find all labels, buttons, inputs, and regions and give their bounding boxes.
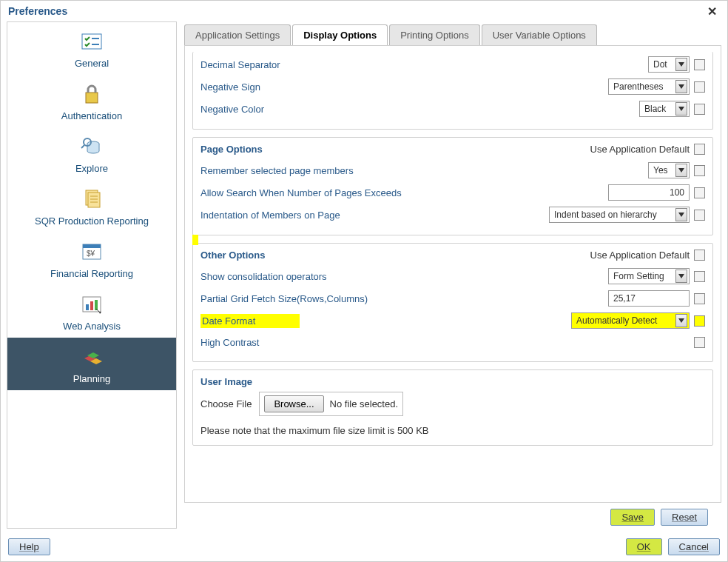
- sidebar-item-explore[interactable]: Explore: [7, 127, 176, 180]
- select-value: Yes: [653, 165, 673, 175]
- documents-icon: [80, 187, 104, 211]
- chevron-down-icon: [675, 270, 687, 283]
- tab-printing-options[interactable]: Printing Options: [389, 24, 480, 45]
- indentation-default-check[interactable]: [694, 210, 705, 221]
- svg-rect-0: [82, 34, 101, 49]
- date-format-row: Date Format Automatically Detect: [200, 310, 705, 332]
- negative-color-select[interactable]: Black: [639, 101, 690, 117]
- titlebar: Preferences ✕: [1, 1, 727, 21]
- file-size-note: Please note that the maximum file size l…: [200, 416, 705, 436]
- date-format-default-check[interactable]: [694, 315, 705, 327]
- search-exceeds-input[interactable]: [608, 184, 690, 201]
- decimal-separator-label: Decimal Separator: [200, 59, 280, 70]
- ok-button[interactable]: OK: [626, 538, 662, 555]
- partial-grid-row: Partial Grid Fetch Size(Rows,Columns): [200, 287, 705, 310]
- cancel-button[interactable]: Cancel: [668, 538, 720, 555]
- negative-color-row: Negative Color Black: [200, 98, 705, 120]
- file-input-wrap: Browse... No file selected.: [259, 392, 403, 416]
- search-exceeds-row: Allow Search When Number of Pages Exceed…: [200, 181, 705, 204]
- svg-text:$¥: $¥: [87, 250, 95, 258]
- indentation-select[interactable]: Indent based on hierarchy: [549, 207, 690, 223]
- save-button[interactable]: Save: [610, 509, 655, 526]
- browse-button[interactable]: Browse...: [264, 395, 323, 412]
- tab-display-options[interactable]: Display Options: [292, 24, 388, 45]
- decimal-separator-default-check[interactable]: [694, 59, 705, 70]
- spreadsheet-icon: $¥: [80, 240, 104, 264]
- tabs: Application Settings Display Options Pri…: [184, 24, 721, 45]
- sidebar-item-label: Web Analysis: [63, 321, 121, 332]
- select-value: Dot: [653, 59, 673, 70]
- window-title: Preferences: [8, 5, 67, 17]
- high-contrast-row: High Contrast: [200, 332, 705, 352]
- chevron-down-icon: [675, 58, 687, 71]
- preferences-window: Preferences ✕ General Authentication: [0, 0, 728, 562]
- user-image-title: User Image: [200, 376, 252, 387]
- other-options-group: Other Options Use Application Default Sh…: [192, 243, 713, 362]
- high-contrast-check[interactable]: [694, 337, 705, 348]
- search-exceeds-label: Allow Search When Number of Pages Exceed…: [200, 187, 402, 198]
- page-options-group: Page Options Use Application Default Rem…: [192, 137, 713, 235]
- tab-user-variable-options[interactable]: User Variable Options: [482, 24, 597, 45]
- scroll-content[interactable]: Decimal Separator Dot Negative Sign: [185, 46, 721, 502]
- negative-sign-row: Negative Sign Parentheses: [200, 76, 705, 98]
- chart-icon: [80, 292, 104, 316]
- negative-sign-default-check[interactable]: [694, 81, 705, 93]
- remember-select[interactable]: Yes: [648, 162, 690, 178]
- sidebar-item-label: Explore: [75, 163, 108, 174]
- remember-members-row: Remember selected page members Yes: [200, 159, 705, 181]
- svg-rect-16: [86, 304, 89, 310]
- search-exceeds-default-check[interactable]: [694, 187, 705, 198]
- sidebar-item-sqr[interactable]: SQR Production Reporting: [7, 180, 176, 233]
- use-default-label: Use Application Default: [590, 144, 690, 155]
- sidebar-item-financial[interactable]: $¥ Financial Reporting: [7, 233, 176, 285]
- close-icon[interactable]: ✕: [704, 4, 720, 19]
- no-file-text: No file selected.: [330, 398, 399, 409]
- partial-grid-label: Partial Grid Fetch Size(Rows,Columns): [200, 293, 368, 304]
- sidebar-item-web-analysis[interactable]: Web Analysis: [7, 285, 176, 338]
- number-format-group: Decimal Separator Dot Negative Sign: [192, 52, 713, 130]
- tab-application-settings[interactable]: Application Settings: [184, 24, 291, 45]
- chevron-down-icon: [675, 208, 687, 221]
- sidebar-item-label: SQR Production Reporting: [35, 215, 149, 227]
- sidebar-item-label: Financial Reporting: [50, 268, 133, 279]
- negative-color-label: Negative Color: [200, 104, 264, 115]
- partial-grid-input[interactable]: [608, 290, 690, 307]
- chevron-down-icon: [675, 314, 687, 327]
- tab-panel: Decimal Separator Dot Negative Sign: [184, 45, 721, 503]
- page-options-default-all-check[interactable]: [694, 144, 705, 155]
- chevron-down-icon: [675, 102, 687, 116]
- sidebar-item-general[interactable]: General: [7, 22, 176, 75]
- dialog-footer: Help OK Cancel: [8, 538, 720, 555]
- consolidation-default-check[interactable]: [694, 271, 705, 282]
- date-format-select[interactable]: Automatically Detect: [571, 312, 690, 329]
- negative-sign-select[interactable]: Parentheses: [608, 78, 690, 95]
- checklist-icon: [80, 30, 104, 53]
- cylinder-search-icon: [80, 135, 104, 158]
- svg-rect-13: [83, 244, 101, 248]
- sidebar-item-label: Authentication: [61, 110, 122, 121]
- reset-button[interactable]: Reset: [661, 509, 708, 526]
- highlight-marker: [192, 235, 198, 245]
- remember-default-check[interactable]: [694, 165, 705, 176]
- help-button[interactable]: Help: [8, 538, 50, 555]
- decimal-separator-row: Decimal Separator Dot: [200, 53, 705, 76]
- svg-rect-8: [88, 193, 100, 207]
- select-value: Automatically Detect: [576, 315, 673, 326]
- select-value: Form Setting: [613, 271, 673, 281]
- panel-button-row: Save Reset: [184, 503, 721, 529]
- other-options-default-all-check[interactable]: [694, 250, 705, 261]
- sidebar-item-authentication[interactable]: Authentication: [7, 75, 176, 127]
- sidebar: General Authentication Explore SQR Produ…: [7, 21, 177, 529]
- lock-icon: [80, 82, 104, 106]
- sidebar-item-planning[interactable]: Planning: [7, 338, 176, 390]
- negative-sign-label: Negative Sign: [200, 81, 260, 93]
- svg-rect-18: [95, 300, 98, 310]
- svg-rect-3: [86, 93, 98, 103]
- select-value: Parentheses: [613, 81, 673, 92]
- consolidation-select[interactable]: Form Setting: [608, 268, 690, 284]
- negative-color-default-check[interactable]: [694, 104, 705, 115]
- partial-grid-default-check[interactable]: [694, 293, 705, 304]
- choose-file-label: Choose File: [200, 398, 252, 409]
- sidebar-item-label: General: [75, 58, 109, 69]
- decimal-separator-select[interactable]: Dot: [648, 56, 690, 73]
